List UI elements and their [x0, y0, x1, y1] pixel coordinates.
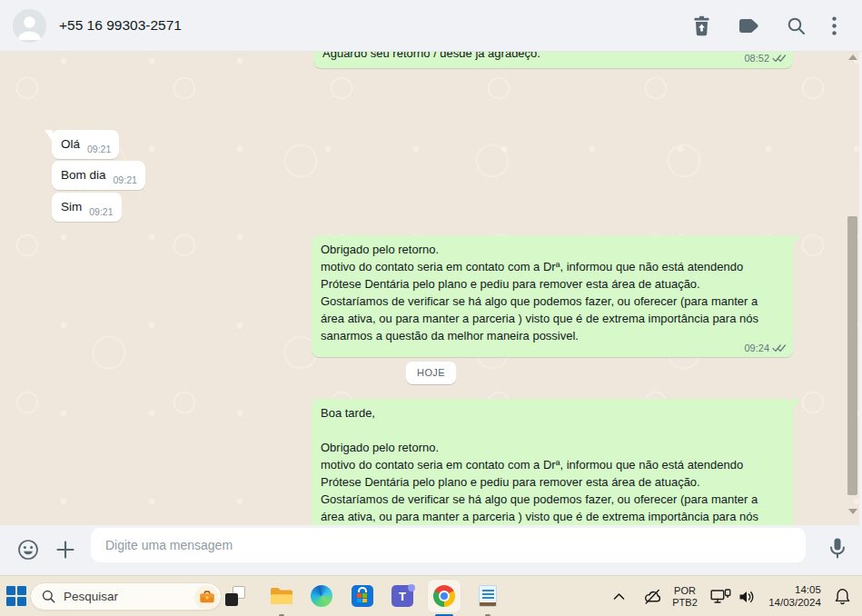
- message-time: 09:24: [744, 343, 769, 353]
- notepad-icon: [479, 585, 497, 607]
- onedrive-tray-button[interactable]: [639, 576, 666, 616]
- date-divider-badge: HOJE: [405, 362, 457, 384]
- search-chat-button[interactable]: [787, 16, 806, 35]
- task-view-button[interactable]: [219, 580, 252, 612]
- taskbar-search[interactable]: Pesquisar: [30, 582, 222, 611]
- teams-button[interactable]: T: [386, 580, 419, 612]
- cloud-offline-icon: [643, 589, 662, 605]
- search-highlight-badge[interactable]: [194, 585, 219, 610]
- bell-icon: [835, 588, 850, 605]
- message-outgoing[interactable]: Obrigado pelo retorno. motivo do contato…: [312, 235, 793, 357]
- volume-tray-button[interactable]: [733, 576, 760, 616]
- message-input[interactable]: [91, 528, 806, 562]
- network-tray-button[interactable]: [706, 576, 735, 616]
- windows-taskbar: Pesquisar: [0, 575, 862, 616]
- double-check-icon: [772, 343, 786, 353]
- label-button[interactable]: [738, 17, 760, 35]
- kebab-menu-icon: [832, 16, 837, 35]
- microphone-icon: [827, 536, 847, 561]
- trash-restore-icon: [692, 15, 711, 36]
- notepad-button[interactable]: [471, 580, 504, 612]
- message-time: 09:21: [114, 174, 137, 185]
- chrome-icon: [433, 585, 455, 607]
- edge-icon: [311, 585, 332, 607]
- label-icon: [738, 17, 760, 35]
- tray-date: 14/03/2024: [768, 597, 821, 610]
- contact-phone-title[interactable]: +55 16 99303-2571: [59, 17, 182, 34]
- folder-icon: [270, 586, 293, 606]
- message-outgoing[interactable]: Boa tarde, Obrigado pelo retorno. motivo…: [312, 399, 793, 525]
- message-time: 09:21: [89, 206, 113, 217]
- teams-icon: T: [391, 585, 413, 607]
- teams-letter: T: [399, 590, 406, 603]
- message-text: Aguardo seu retorno / desde já agradeço.: [322, 52, 784, 62]
- whatsapp-window: +55 16 99303-2571: [0, 0, 862, 616]
- search-icon: [787, 16, 806, 35]
- header-actions: [692, 0, 862, 52]
- tray-time: 14:05: [768, 584, 821, 597]
- microsoft-store-button[interactable]: [346, 580, 379, 612]
- speaker-icon: [738, 590, 756, 604]
- search-icon: [42, 590, 55, 603]
- message-incoming[interactable]: Bom dia 09:21: [52, 161, 145, 190]
- attach-button[interactable]: [54, 539, 76, 561]
- language-line2: PTB2: [672, 597, 698, 609]
- start-button[interactable]: [6, 586, 26, 606]
- tray-chevron-button[interactable]: [607, 576, 630, 616]
- scroll-up-arrow[interactable]: [848, 55, 857, 60]
- message-outgoing-clipped[interactable]: Aguardo seu retorno / desde já agradeço.…: [313, 52, 793, 68]
- search-label: Pesquisar: [64, 590, 118, 603]
- language-line1: POR: [672, 585, 698, 597]
- notifications-button[interactable]: [829, 576, 855, 616]
- emoji-button[interactable]: [16, 538, 40, 561]
- message-text: Boa tarde, Obrigado pelo retorno. motivo…: [321, 404, 784, 525]
- message-composer: [0, 525, 862, 575]
- chevron-up-icon: [613, 592, 625, 601]
- message-time: 08:52: [744, 53, 769, 64]
- language-indicator[interactable]: POR PTB2: [668, 576, 702, 616]
- bubble-tail: [792, 235, 800, 247]
- contact-avatar[interactable]: [13, 9, 46, 43]
- file-explorer-button[interactable]: [265, 580, 298, 612]
- voice-message-button[interactable]: [827, 536, 847, 561]
- scroll-down-arrow[interactable]: [848, 509, 857, 514]
- bubble-tail: [792, 399, 800, 411]
- edge-button[interactable]: [305, 580, 338, 612]
- message-meta: 09:24: [744, 343, 786, 353]
- message-incoming[interactable]: Olá 09:21: [52, 130, 119, 159]
- message-text: Obrigado pelo retorno. motivo do contato…: [321, 241, 784, 344]
- message-text: Bom dia: [61, 166, 106, 184]
- person-icon: [13, 9, 46, 43]
- trash-restore-button[interactable]: [692, 15, 711, 36]
- message-text: Olá: [61, 135, 80, 153]
- message-time: 09:21: [87, 144, 111, 154]
- task-view-icon: [225, 586, 245, 606]
- store-icon: [352, 585, 373, 607]
- briefcase-icon: [199, 590, 215, 604]
- chat-header: +55 16 99303-2571: [0, 0, 862, 52]
- scrollbar-thumb[interactable]: [847, 216, 857, 495]
- message-incoming[interactable]: Sim 09:21: [52, 193, 122, 222]
- clock-tray[interactable]: 14:05 14/03/2024: [762, 576, 827, 616]
- message-text: Sim: [61, 198, 82, 215]
- double-check-icon: [772, 54, 786, 63]
- menu-button[interactable]: [832, 16, 837, 35]
- message-meta: 08:52: [744, 53, 786, 64]
- plus-icon: [54, 539, 76, 561]
- smiley-icon: [16, 538, 40, 561]
- bubble-tail: [45, 130, 53, 142]
- chrome-button[interactable]: [428, 580, 461, 612]
- network-icon: [710, 589, 731, 604]
- chat-message-area: Aguardo seu retorno / desde já agradeço.…: [0, 52, 862, 525]
- windows-logo-icon: [6, 586, 15, 595]
